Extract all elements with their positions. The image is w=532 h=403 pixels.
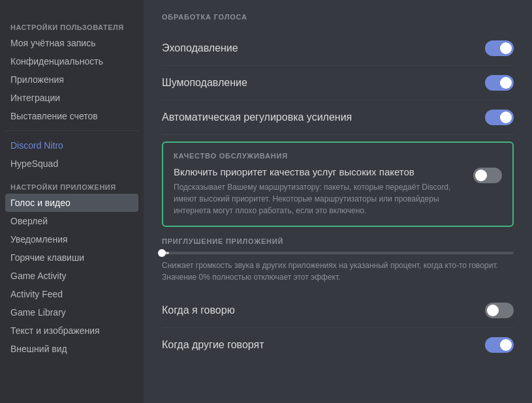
sidebar-item-label: Моя учётная запись	[10, 38, 95, 48]
qos-main-label: Включить приоритет качества услуг высоки…	[174, 166, 465, 177]
qos-box: КАЧЕСТВО ОБСЛУЖИВАНИЯ Включить приоритет…	[162, 142, 514, 227]
sidebar-item-apps[interactable]: Приложения	[5, 70, 138, 89]
sidebar-item-label: HypeSquad	[10, 158, 58, 169]
sidebar-item-label: Discord Nitro	[10, 140, 63, 151]
sidebar-item-label: Горячие клавиши	[10, 252, 84, 263]
when-i-speak-knob	[487, 305, 499, 316]
sidebar-item-privacy[interactable]: Конфиденциальность	[5, 52, 138, 70]
auto-gain-toggle[interactable]	[485, 110, 514, 125]
sidebar-item-label: Выставление счетов	[10, 111, 98, 121]
sidebar-item-hotkeys[interactable]: Горячие клавиши	[5, 248, 138, 267]
sidebar-item-integrations[interactable]: Интеграции	[5, 89, 138, 107]
sidebar-item-voice-video[interactable]: Голос и видео	[5, 194, 138, 212]
noise-setting-row: Шумоподавление	[162, 66, 514, 100]
sidebar-item-appearance[interactable]: Внешний вид	[5, 340, 138, 358]
attenuation-slider-container[interactable]	[162, 252, 514, 254]
user-settings-label: НАСТРОЙКИ ПОЛЬЗОВАТЕЛЯ	[5, 18, 138, 34]
sidebar-item-game-activity[interactable]: Game Activity	[5, 267, 138, 285]
sidebar-item-label: Game Activity	[10, 271, 67, 281]
attenuation-slider[interactable]	[162, 252, 514, 254]
qos-description: Подсказывает Вашему маршрутизатору: паке…	[174, 181, 465, 216]
sidebar-item-label: Оверлей	[10, 216, 48, 226]
qos-section-title: КАЧЕСТВО ОБСЛУЖИВАНИЯ	[174, 152, 502, 160]
when-i-speak-label: Когда я говорю	[162, 305, 235, 316]
qos-toggle-knob	[475, 170, 487, 181]
when-others-speak-toggle[interactable]	[485, 337, 514, 353]
sidebar-item-hypesquad[interactable]: HypeSquad	[5, 155, 138, 173]
sidebar-item-label: Интеграции	[10, 93, 60, 103]
sidebar-item-label: Конфиденциальность	[10, 56, 103, 67]
noise-label: Шумоподавление	[162, 77, 247, 89]
sidebar-item-text-images[interactable]: Текст и изображения	[5, 321, 138, 340]
when-others-speak-label: Когда другие говорят	[162, 339, 264, 351]
qos-row: Включить приоритет качества услуг высоки…	[174, 166, 502, 216]
echo-label: Эхоподавление	[162, 42, 238, 54]
sidebar-item-label: Приложения	[10, 74, 64, 85]
sidebar-item-notifications[interactable]: Уведомления	[5, 230, 138, 248]
echo-toggle[interactable]	[485, 40, 514, 56]
sidebar-item-game-library[interactable]: Game Library	[5, 303, 138, 321]
when-others-speak-row: Когда другие говорят	[162, 328, 514, 362]
attenuation-slider-thumb[interactable]	[158, 249, 166, 257]
auto-gain-toggle-knob	[500, 112, 512, 123]
auto-gain-setting-row: Автоматическая регулировка усиления	[162, 100, 514, 135]
noise-toggle-knob	[500, 77, 512, 89]
when-others-speak-knob	[500, 339, 512, 351]
sidebar-item-label: Голос и видео	[10, 198, 70, 208]
sidebar-item-nitro[interactable]: Discord Nitro	[5, 136, 138, 155]
attenuation-section: ПРИГЛУШЕНИЕ ПРИЛОЖЕНИЙ Снижает громкость…	[162, 237, 514, 283]
attenuation-title: ПРИГЛУШЕНИЕ ПРИЛОЖЕНИЙ	[162, 237, 514, 245]
when-i-speak-toggle[interactable]	[485, 303, 514, 318]
main-content: ОБРАБОТКА ГОЛОСА Эхоподавление Шумоподав…	[144, 0, 532, 403]
sidebar-item-label: Game Library	[10, 307, 66, 318]
sidebar-item-label: Текст и изображения	[10, 325, 100, 336]
sidebar-item-label: Внешний вид	[10, 344, 67, 354]
voice-processing-title: ОБРАБОТКА ГОЛОСА	[162, 13, 514, 21]
sidebar-item-activity-feed[interactable]: Activity Feed	[5, 285, 138, 303]
sidebar-item-label: Activity Feed	[10, 289, 63, 299]
noise-toggle[interactable]	[485, 75, 514, 91]
sidebar: НАСТРОЙКИ ПОЛЬЗОВАТЕЛЯ Моя учётная запис…	[0, 0, 144, 403]
sidebar-item-my-account[interactable]: Моя учётная запись	[5, 34, 138, 52]
qos-text-block: Включить приоритет качества услуг высоки…	[174, 166, 465, 216]
sidebar-item-overlay[interactable]: Оверлей	[5, 212, 138, 230]
when-i-speak-row: Когда я говорю	[162, 293, 514, 328]
sidebar-item-billing[interactable]: Выставление счетов	[5, 107, 138, 125]
echo-setting-row: Эхоподавление	[162, 31, 514, 66]
auto-gain-label: Автоматическая регулировка усиления	[162, 112, 352, 123]
sidebar-item-label: Уведомления	[10, 234, 68, 245]
echo-toggle-knob	[500, 42, 512, 54]
qos-toggle[interactable]	[473, 168, 502, 183]
app-settings-label: НАСТРОЙКИ ПРИЛОЖЕНИЯ	[5, 178, 138, 194]
attenuation-description: Снижает громкость звука в других приложе…	[162, 260, 514, 283]
